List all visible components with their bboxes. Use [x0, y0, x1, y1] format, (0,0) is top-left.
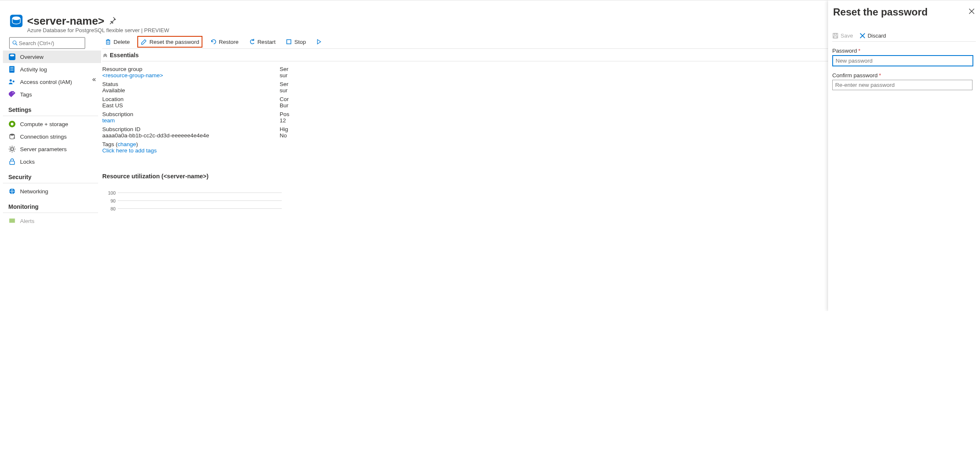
ytick: 90 [106, 198, 118, 203]
tag-icon [8, 91, 16, 98]
svg-rect-21 [9, 218, 15, 223]
tags-label: Tags (change) [102, 141, 273, 147]
svg-point-17 [10, 134, 14, 136]
nav: Overview Activity log Access control (IA… [3, 51, 101, 227]
essentials-right: Ser sur Ser sur Cor Bur Pos 12 Hig No [280, 64, 457, 156]
panel-title: Reset the password [833, 6, 928, 18]
section-security: Security [3, 168, 98, 183]
chart-gridline: 90 [106, 197, 282, 205]
globe-icon [8, 187, 16, 195]
svg-point-13 [13, 81, 15, 83]
nav-alerts[interactable]: Alerts [3, 215, 101, 227]
nav-label: Networking [20, 188, 48, 195]
loc-value: East US [102, 102, 273, 109]
search-input-wrap[interactable] [9, 37, 85, 49]
rg-label: Resource group [102, 66, 273, 72]
panel-toolbar: Save Discard [832, 33, 976, 42]
section-monitoring: Monitoring [3, 198, 98, 213]
svg-rect-19 [10, 161, 14, 165]
tags-change-link[interactable]: change [118, 141, 136, 147]
ytick: 80 [106, 206, 118, 211]
r5-label: Hig [280, 126, 451, 132]
more-button[interactable] [313, 37, 326, 47]
nav-label: Connection strings [20, 134, 67, 140]
password-label: Password* [832, 48, 976, 54]
essentials-left: Resource group <resource-group-name> Sta… [102, 64, 280, 156]
r1-value: sur [280, 72, 451, 79]
gear-icon [8, 145, 16, 153]
svg-rect-27 [287, 40, 291, 44]
stop-button[interactable]: Stop [283, 37, 308, 47]
btn-label: Restart [258, 39, 276, 45]
r4-label: Pos [280, 111, 451, 117]
database-icon [8, 53, 16, 61]
tags-add-link[interactable]: Click here to add tags [102, 147, 273, 154]
svg-rect-32 [834, 36, 837, 38]
confirm-password-label: Confirm password* [832, 72, 976, 79]
nav-overview[interactable]: Overview [3, 51, 101, 63]
nav-label: Access control (IAM) [20, 79, 72, 85]
svg-point-7 [10, 54, 14, 56]
svg-point-12 [10, 79, 12, 81]
reset-password-button[interactable]: Reset the password [137, 36, 202, 48]
btn-label: Delete [114, 39, 130, 45]
delete-button[interactable]: Delete [102, 37, 132, 47]
nav-locks[interactable]: Locks [3, 155, 101, 168]
connection-icon [8, 133, 16, 140]
nav-activity-log[interactable]: Activity log [3, 63, 101, 76]
nav-label: Tags [20, 91, 32, 98]
nav-access-control[interactable]: Access control (IAM) [3, 76, 101, 88]
stop-icon [285, 38, 292, 45]
confirm-password-field[interactable] [832, 80, 972, 90]
close-icon[interactable] [968, 8, 975, 16]
nav-networking[interactable]: Networking [3, 185, 101, 198]
chart-gridline: 80 [106, 205, 282, 213]
discard-icon [859, 33, 866, 39]
btn-label: Reset the password [149, 39, 199, 45]
svg-point-18 [11, 148, 14, 151]
search-icon [12, 40, 18, 46]
compute-icon [8, 120, 16, 128]
nav-label: Locks [20, 159, 35, 165]
chart-gridline: 100 [106, 189, 282, 197]
essentials-label: Essentials [110, 52, 139, 58]
rg-link[interactable]: <resource-group-name> [102, 72, 273, 79]
nav-compute-storage[interactable]: Compute + storage [3, 118, 101, 130]
status-value: Available [102, 87, 273, 94]
nav-label: Server parameters [20, 146, 67, 152]
status-label: Status [102, 81, 273, 87]
section-settings: Settings [3, 101, 98, 116]
trash-icon [105, 38, 111, 45]
restore-icon [210, 38, 217, 45]
search-input[interactable] [18, 40, 82, 47]
alert-icon [8, 217, 16, 225]
sub-link[interactable]: team [102, 117, 273, 124]
lock-icon [8, 158, 16, 165]
nav-connection-strings[interactable]: Connection strings [3, 130, 101, 143]
edit-icon [141, 38, 147, 45]
nav-server-parameters[interactable]: Server parameters [3, 143, 101, 155]
save-icon [832, 33, 839, 39]
btn-label: Stop [294, 39, 306, 45]
discard-button[interactable]: Discard [859, 33, 886, 39]
r2-label: Ser [280, 81, 451, 87]
password-field[interactable] [832, 55, 973, 66]
page-root: <server-name> Azure Database for Postgre… [0, 0, 980, 311]
restart-button[interactable]: Restart [246, 37, 278, 47]
nav-tags[interactable]: Tags [3, 88, 101, 101]
svg-point-14 [13, 92, 13, 93]
btn-label: Discard [868, 33, 886, 39]
nav-label: Compute + storage [20, 121, 68, 127]
r1-label: Ser [280, 66, 451, 72]
nav-label: Overview [20, 54, 43, 60]
sub-label: Subscription [102, 111, 273, 117]
svg-rect-22 [106, 41, 110, 44]
r3-value: Bur [280, 102, 451, 109]
svg-line-5 [16, 44, 18, 46]
sidebar: « Overview Activity log Access control (… [0, 0, 102, 311]
btn-label: Restore [219, 39, 238, 45]
ytick: 100 [106, 190, 118, 195]
save-button: Save [832, 33, 853, 39]
restore-button[interactable]: Restore [207, 37, 241, 47]
svg-rect-31 [834, 33, 837, 35]
